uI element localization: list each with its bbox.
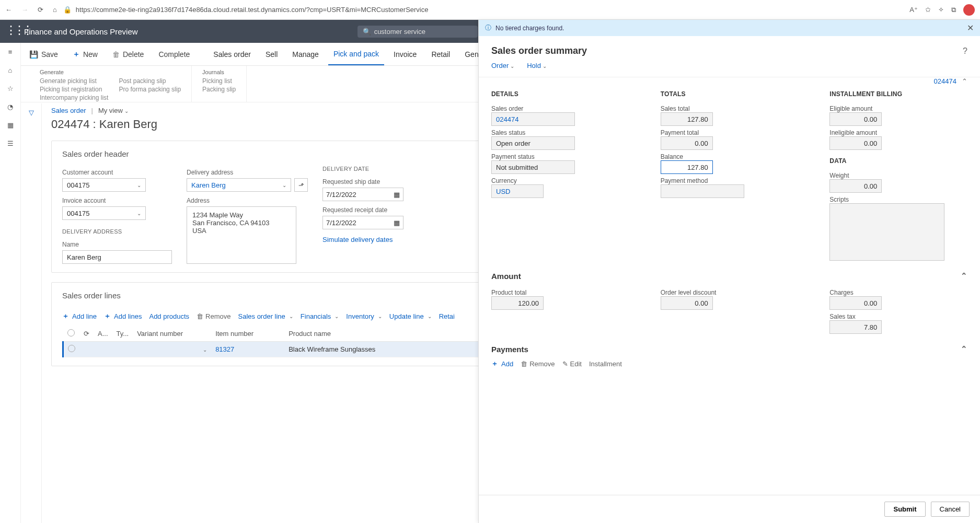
left-nav-rail: ≡ ⌂ ☆ ◔ ▦ ☰ (0, 43, 21, 102)
details-column: DETAILS Sales order 024474 Sales status … (491, 90, 629, 102)
totals-heading: TOTALS (661, 90, 799, 98)
tab-pick-and-pack[interactable]: Pick and pack (328, 43, 384, 65)
collections-icon[interactable]: ✧ (938, 6, 944, 14)
panel-title: Sales order summary (491, 45, 587, 56)
extensions-icon[interactable]: ⧉ (951, 6, 956, 14)
refresh-icon[interactable]: ⟳ (38, 6, 43, 14)
chevron-up-icon[interactable]: ⌃ (962, 77, 967, 85)
save-button[interactable]: 💾Save (24, 43, 63, 65)
back-icon[interactable]: ← (5, 6, 12, 14)
home-icon[interactable]: ⌂ (53, 6, 57, 14)
waffle-icon[interactable] (6, 27, 16, 36)
new-label: New (83, 50, 98, 59)
app-title: Finance and Operations Preview (24, 27, 138, 36)
complete-button[interactable]: Complete (153, 43, 195, 65)
forward-icon[interactable]: → (21, 6, 28, 14)
link-journal-picking-list[interactable]: Picking list (202, 77, 236, 85)
link-journal-packing-slip[interactable]: Packing slip (202, 86, 236, 93)
link-generate-picking-list[interactable]: Generate picking list (40, 77, 108, 85)
ribbon-group-journals: Journals Picking list Packing slip (192, 66, 247, 102)
link-picking-list-registration[interactable]: Picking list registration (40, 86, 108, 93)
group-title-journals: Journals (202, 69, 236, 75)
tab-sell[interactable]: Sell (260, 43, 283, 65)
search-icon: 🔍 (363, 28, 371, 36)
url-text[interactable]: https://comme2e-tie-ring2a9136f7d174e86d… (76, 6, 429, 14)
save-label: Save (41, 50, 58, 59)
complete-label: Complete (158, 50, 190, 59)
browser-chrome: ← → ⟳ ⌂ 🔒 https://comme2e-tie-ring2a9136… (0, 0, 980, 20)
order-menu[interactable]: Order⌄ (491, 62, 514, 69)
delete-label: Delete (123, 50, 144, 59)
nav-hamburger-icon[interactable]: ≡ (8, 48, 13, 56)
hold-menu[interactable]: Hold⌄ (527, 62, 547, 69)
text-size-icon[interactable]: A⁺ (909, 6, 918, 14)
link-intercompany-picking-list[interactable]: Intercompany picking list (40, 94, 108, 101)
order-number-link[interactable]: 024474 (934, 77, 956, 85)
favorite-icon[interactable]: ✩ (925, 6, 931, 14)
tab-retail[interactable]: Retail (426, 43, 455, 65)
info-bar: ⓘ No tiered charges found. ✕ (479, 20, 980, 36)
tab-manage[interactable]: Manage (287, 43, 324, 65)
tab-invoice[interactable]: Invoice (388, 43, 422, 65)
nav-favorites-icon[interactable]: ☆ (7, 85, 14, 92)
group-title-generate: Generate (40, 69, 181, 75)
totals-column: TOTALS Sales total 127.80 Payment total … (661, 90, 799, 102)
lock-icon: 🔒 (63, 6, 72, 14)
search-input[interactable] (374, 28, 472, 36)
help-icon[interactable]: ? (963, 47, 967, 56)
nav-home-icon[interactable]: ⌂ (8, 66, 13, 74)
global-search[interactable]: 🔍 (358, 26, 478, 38)
info-text: No tiered charges found. (495, 25, 564, 32)
info-icon: ⓘ (485, 24, 491, 32)
details-heading: DETAILS (491, 90, 629, 98)
installment-heading: INSTALLMENT BILLING (829, 90, 967, 98)
installment-column: INSTALLMENT BILLING Eligible amount 0.00… (829, 90, 967, 102)
new-button[interactable]: ＋New (67, 43, 103, 65)
delete-button[interactable]: 🗑Delete (107, 43, 149, 65)
close-panel-icon[interactable]: ✕ (967, 23, 974, 33)
sales-order-summary-panel: ⓘ No tiered charges found. ✕ Sales order… (478, 20, 980, 102)
link-post-packing-slip[interactable]: Post packing slip (119, 77, 181, 85)
ribbon-group-generate: Generate Generate picking list Picking l… (29, 66, 192, 102)
tab-sales-order[interactable]: Sales order (208, 43, 256, 65)
link-proforma-packing-slip[interactable]: Pro forma packing slip (119, 86, 181, 93)
profile-avatar[interactable] (963, 4, 975, 16)
